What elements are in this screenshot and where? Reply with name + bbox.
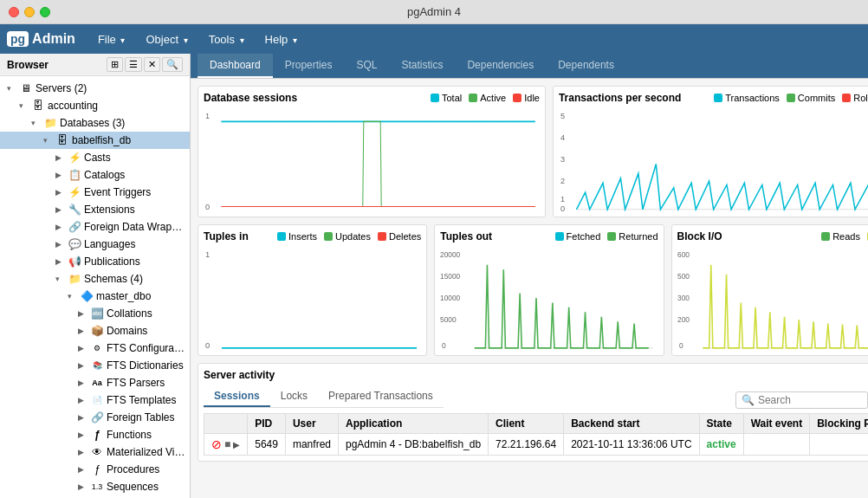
- sidebar-btn-1[interactable]: ⊞: [107, 57, 123, 72]
- row-blocking-pids: [810, 434, 868, 456]
- activity-tab-bar: Sessions Locks Prepared Transactions: [204, 386, 444, 408]
- legend-reads-label: Reads: [832, 231, 860, 242]
- tab-statistics[interactable]: Statistics: [389, 54, 455, 78]
- square-icon[interactable]: ■: [224, 438, 230, 450]
- menu-help[interactable]: Help ▾: [256, 29, 306, 49]
- tree-item-fts-templates[interactable]: ▶ 📄 FTS Templates: [0, 391, 190, 409]
- babelfish-icon: 🗄: [55, 133, 69, 147]
- block-io-area: 600 500 300 200 0: [677, 246, 868, 350]
- block-io-legend: Reads Hits: [821, 231, 868, 242]
- tuples-out-area: 20000 15000 10000 5000 0: [440, 246, 657, 350]
- schemas-icon: 📁: [68, 272, 81, 286]
- fts-config-icon: ⚙: [90, 341, 104, 355]
- tab-sql[interactable]: SQL: [344, 54, 389, 78]
- tree-item-collations[interactable]: ▶ 🔤 Collations: [0, 305, 190, 322]
- tree-arrow: ▶: [55, 171, 68, 179]
- db-sessions-header: Database sessions Total Active: [204, 92, 540, 104]
- legend-deletes-dot: [378, 232, 386, 241]
- sequences-label: Sequences: [107, 481, 159, 493]
- functions-label: Functions: [107, 429, 152, 441]
- svg-text:2: 2: [560, 176, 565, 185]
- legend-active-dot: [469, 94, 477, 102]
- minimize-button[interactable]: [24, 7, 35, 17]
- svg-text:20000: 20000: [440, 250, 461, 259]
- tab-dashboard[interactable]: Dashboard: [198, 54, 273, 78]
- extensions-label: Extensions: [84, 204, 135, 216]
- tree-arrow: ▶: [78, 465, 90, 474]
- tree-item-babelfish-db[interactable]: ▾ 🗄 babelfish_db: [0, 132, 190, 149]
- event-triggers-label: Event Triggers: [84, 186, 151, 198]
- tree-item-casts[interactable]: ▶ ⚡ Casts: [0, 149, 190, 166]
- tree-item-foreign-tables[interactable]: ▶ 🔗 Foreign Tables: [0, 409, 190, 426]
- menu-tools[interactable]: Tools ▾: [200, 29, 253, 49]
- legend-updates: Updates: [324, 231, 371, 242]
- tree-item-fts-dictionaries[interactable]: ▶ 📚 FTS Dictionaries: [0, 357, 190, 374]
- tree-item-sequences[interactable]: ▶ 1.3 Sequences: [0, 478, 190, 495]
- sidebar-btn-2[interactable]: ☰: [125, 57, 142, 72]
- tree-item-fts-parsers[interactable]: ▶ Aa FTS Parsers: [0, 374, 190, 391]
- sidebar-search-btn[interactable]: 🔍: [162, 57, 183, 72]
- row-client: 72.21.196.64: [489, 434, 564, 456]
- close-button[interactable]: [9, 7, 19, 17]
- extensions-icon: 🔧: [68, 203, 81, 217]
- window-controls[interactable]: [9, 7, 50, 17]
- sidebar-toolbar: ⊞ ☰ ✕ 🔍: [107, 57, 183, 72]
- svg-text:0: 0: [560, 204, 565, 211]
- tree-arrow: ▶: [78, 430, 90, 439]
- tree-item-domains[interactable]: ▶ 📦 Domains: [0, 322, 190, 340]
- browser-label: Browser: [7, 59, 49, 71]
- tab-dependencies[interactable]: Dependencies: [455, 54, 546, 78]
- tree-item-catalogs[interactable]: ▶ 📋 Catalogs: [0, 166, 190, 184]
- tree-item-master-dbo[interactable]: ▾ 🔷 master_dbo: [0, 288, 190, 305]
- tree-item-languages[interactable]: ▶ 💬 Languages: [0, 236, 190, 253]
- sidebar-tree: ▾ 🖥 Servers (2) ▾ 🗄 accounting ▾ 📁 Datab…: [0, 76, 190, 498]
- tree-item-schemas[interactable]: ▾ 📁 Schemas (4): [0, 270, 190, 288]
- legend-rollbacks-dot: [842, 94, 851, 102]
- tree-arrow: ▶: [78, 448, 90, 456]
- svg-text:1: 1: [205, 111, 210, 120]
- svg-text:1: 1: [205, 249, 210, 259]
- tree-arrow: ▶: [78, 396, 90, 404]
- casts-label: Casts: [84, 152, 111, 164]
- tab-dependents[interactable]: Dependents: [546, 54, 626, 78]
- svg-text:200: 200: [677, 315, 690, 324]
- tree-item-fts-configurations[interactable]: ▶ ⚙ FTS Configurations: [0, 340, 190, 357]
- maximize-button[interactable]: [40, 7, 50, 17]
- tree-arrow: ▾: [7, 84, 19, 93]
- activity-tab-prepared-transactions[interactable]: Prepared Transactions: [318, 386, 444, 407]
- catalogs-icon: 📋: [68, 168, 81, 182]
- tree-item-foreign-data-wrappers[interactable]: ▶ 🔗 Foreign Data Wrappers: [0, 218, 190, 236]
- tree-arrow: ▶: [55, 223, 68, 231]
- tab-properties[interactable]: Properties: [273, 54, 345, 78]
- tree-item-accounting[interactable]: ▾ 🗄 accounting: [0, 97, 190, 114]
- fts-templates-label: FTS Templates: [107, 394, 176, 406]
- tree-item-functions[interactable]: ▶ ƒ Functions: [0, 426, 190, 443]
- tree-item-servers[interactable]: ▾ 🖥 Servers (2): [0, 80, 190, 97]
- activity-tab-sessions[interactable]: Sessions: [204, 386, 270, 407]
- tuples-out-chart: Tuples out Fetched Returned: [434, 224, 664, 356]
- legend-rollbacks: Rollbacks: [842, 93, 868, 103]
- legend-updates-dot: [324, 232, 333, 241]
- tree-item-databases[interactable]: ▾ 📁 Databases (3): [0, 114, 190, 132]
- activity-table-body: ⊘ ■ ▶ 5649 manfred pgAdmin 4 - DB:babelf…: [204, 434, 869, 456]
- col-icons: [204, 414, 248, 434]
- admin-text: Admin: [32, 31, 75, 47]
- svg-text:0: 0: [205, 340, 210, 350]
- tree-arrow: ▶: [78, 361, 90, 370]
- search-input[interactable]: [758, 394, 862, 406]
- play-icon[interactable]: ▶: [233, 440, 240, 449]
- menu-file[interactable]: File ▾: [89, 29, 134, 49]
- menu-object[interactable]: Object ▾: [137, 29, 196, 49]
- stop-icon[interactable]: ⊘: [211, 437, 222, 451]
- tree-item-procedures[interactable]: ▶ ƒ Procedures: [0, 461, 190, 478]
- svg-text:5000: 5000: [440, 315, 457, 324]
- tree-item-materialized-views[interactable]: ▶ 👁 Materialized Views: [0, 443, 190, 461]
- tree-item-event-triggers[interactable]: ▶ ⚡ Event Triggers: [0, 184, 190, 201]
- sidebar-btn-3[interactable]: ✕: [144, 57, 160, 72]
- publications-icon: 📢: [68, 255, 81, 268]
- tree-item-extensions[interactable]: ▶ 🔧 Extensions: [0, 201, 190, 218]
- activity-tab-locks[interactable]: Locks: [270, 386, 318, 407]
- legend-active-label: Active: [480, 93, 506, 103]
- row-pid: 5649: [248, 434, 286, 456]
- tree-item-publications[interactable]: ▶ 📢 Publications: [0, 253, 190, 270]
